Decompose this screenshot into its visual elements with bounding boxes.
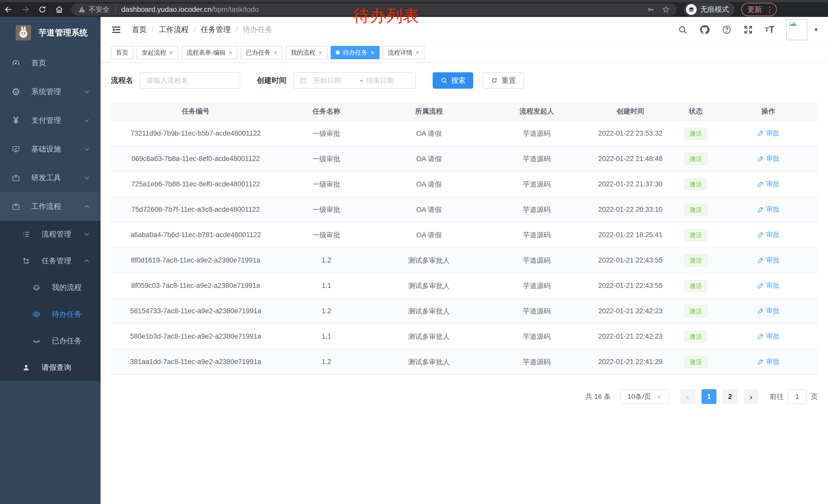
table-row: 75d72608-7b7f-11ec-a3c8-acde48001122一级审批… [111, 197, 818, 222]
home-icon[interactable] [51, 2, 68, 17]
search-icon[interactable] [678, 25, 688, 35]
filter-bar: 流程名 创建时间 开始日期 - 结束日期 [111, 72, 818, 89]
column-header: 创建时间 [588, 102, 673, 121]
pen-icon [757, 155, 764, 162]
cell-action: 审批 [719, 273, 818, 299]
close-icon[interactable]: × [371, 49, 374, 56]
goto-page-input[interactable] [788, 389, 807, 404]
reload-icon[interactable] [34, 2, 51, 17]
cell-created: 2022-01-21 22:42:23 [588, 299, 673, 324]
process-name-input[interactable] [142, 77, 238, 85]
approve-link[interactable]: 审批 [757, 205, 780, 214]
page-button-2[interactable]: 2 [722, 389, 738, 404]
face-icon [30, 283, 43, 292]
cell-id: 58154733-7ac8-11ec-a9e2-a2380e71991a [111, 299, 280, 324]
cell-process: OA 请假 [372, 121, 486, 146]
browser-menu-icon[interactable]: ⋮ [766, 5, 774, 14]
sidebar-item-todo-tasks[interactable]: 待办任务 [0, 301, 100, 328]
sidebar-item-label: 请假查询 [42, 363, 71, 373]
breadcrumb-item[interactable]: 工作流程 [159, 25, 189, 35]
font-size-icon[interactable]: TT [765, 25, 774, 35]
cell-status: 激活 [673, 299, 719, 324]
back-icon[interactable] [0, 2, 17, 17]
date-separator: - [360, 77, 363, 85]
address-bar[interactable]: 不安全 dashboard.yudao.iocoder.cn/bpm/task/… [71, 3, 677, 16]
cell-process: 测试多审批人 [372, 273, 486, 299]
cell-process: 测试多审批人 [372, 299, 486, 324]
close-icon[interactable]: × [169, 49, 173, 56]
cell-created: 2022-01-21 22:43:55 [588, 248, 673, 273]
cell-action: 审批 [719, 299, 818, 324]
approve-link[interactable]: 审批 [757, 306, 780, 315]
forward-icon[interactable] [17, 2, 34, 17]
close-icon[interactable]: × [416, 49, 419, 56]
bookmark-star-icon[interactable] [662, 5, 670, 13]
sidebar-item-my-process[interactable]: 我的流程 [0, 274, 100, 301]
fullscreen-icon[interactable] [743, 25, 753, 35]
help-icon[interactable] [722, 25, 732, 35]
github-icon[interactable] [699, 25, 710, 35]
breadcrumb-item[interactable]: 任务管理 [201, 25, 231, 35]
sidebar-item-system[interactable]: ⚙系统管理 [0, 78, 100, 106]
approve-link[interactable]: 审批 [757, 154, 780, 163]
table-row: 8f0d1619-7ac8-11ec-a9e2-a2380e71991a1.2测… [111, 248, 818, 273]
page-size-value: 10条/页 [627, 392, 651, 401]
url-host: dashboard.yudao.iocoder.cn [121, 5, 212, 13]
approve-link[interactable]: 审批 [757, 281, 780, 290]
cell-name: 1.2 [280, 299, 372, 324]
reset-button[interactable]: 重置 [483, 72, 524, 89]
column-header: 状态 [673, 102, 719, 121]
avatar[interactable] [786, 19, 807, 40]
sidebar-item-done-tasks[interactable]: 已办任务 [0, 328, 100, 354]
logo[interactable]: 芋道管理系统 [0, 17, 100, 49]
tab-form-edit[interactable]: 流程表单-编辑× [181, 46, 238, 59]
chevron-down-icon[interactable]: ▾ [815, 26, 818, 34]
date-range-input[interactable]: 开始日期 - 结束日期 [293, 72, 416, 89]
sidebar-item-payment[interactable]: ¥支付管理 [0, 106, 100, 135]
cell-status: 激活 [673, 248, 719, 273]
breadcrumb-item[interactable]: 首页 [132, 25, 147, 35]
tab-todo-tasks[interactable]: 待办任务× [331, 46, 380, 59]
page-button-1[interactable]: 1 [702, 389, 716, 404]
sidebar-item-infra[interactable]: 基础设施 [0, 135, 100, 164]
sidebar-menu: 首页⚙系统管理¥支付管理基础设施研发工具工作流程流程管理任务管理我的流程待办任务… [0, 49, 100, 381]
sidebar-item-home[interactable]: 首页 [0, 49, 100, 78]
collapse-sidebar-icon[interactable] [111, 25, 122, 35]
tab-my-process[interactable]: 我的流程× [286, 46, 328, 59]
cell-name: 1.2 [280, 349, 372, 374]
cell-status: 激活 [673, 349, 719, 374]
calendar-icon [299, 77, 307, 84]
close-icon[interactable]: × [319, 49, 322, 56]
approve-link-label: 审批 [766, 256, 780, 265]
tab-label: 发起流程 [141, 48, 166, 57]
tab-process-detail[interactable]: 流程详情× [383, 46, 424, 59]
sidebar-item-process-mgmt[interactable]: 流程管理 [0, 221, 100, 248]
sidebar-item-devtools[interactable]: 研发工具 [0, 164, 100, 192]
close-icon[interactable]: × [229, 49, 233, 56]
sidebar-item-task-mgmt[interactable]: 任务管理 [0, 248, 100, 274]
sidebar-item-workflow[interactable]: 工作流程 [0, 192, 100, 221]
chevron-down-icon [83, 117, 90, 124]
pen-icon [757, 358, 764, 365]
search-button[interactable]: 搜索 [433, 72, 473, 89]
tab-done-tasks[interactable]: 已办任务× [241, 46, 282, 59]
sidebar-item-leave-query[interactable]: 请假查询 [0, 354, 100, 381]
update-button[interactable]: 更新 ⋮ [741, 3, 777, 16]
approve-link[interactable]: 审批 [757, 179, 780, 188]
tab-home[interactable]: 首页 [111, 46, 133, 59]
sidebar-item-label: 研发工具 [31, 173, 61, 183]
next-page-button[interactable]: › [744, 389, 758, 404]
approve-link[interactable]: 审批 [757, 332, 780, 341]
incognito-icon [686, 4, 697, 15]
approve-link[interactable]: 审批 [757, 357, 780, 366]
approve-link[interactable]: 审批 [757, 230, 780, 239]
end-date-placeholder: 结束日期 [366, 76, 410, 85]
page-size-select[interactable]: 10条/页 ∨ [620, 389, 669, 404]
sidebar: 芋道管理系统 首页⚙系统管理¥支付管理基础设施研发工具工作流程流程管理任务管理我… [0, 17, 100, 504]
close-icon[interactable]: × [274, 49, 277, 56]
approve-link[interactable]: 审批 [757, 256, 780, 265]
tab-start-process[interactable]: 发起流程× [136, 46, 178, 59]
prev-page-button[interactable]: ‹ [680, 389, 695, 404]
key-icon[interactable] [647, 6, 655, 13]
approve-link[interactable]: 审批 [757, 129, 780, 138]
